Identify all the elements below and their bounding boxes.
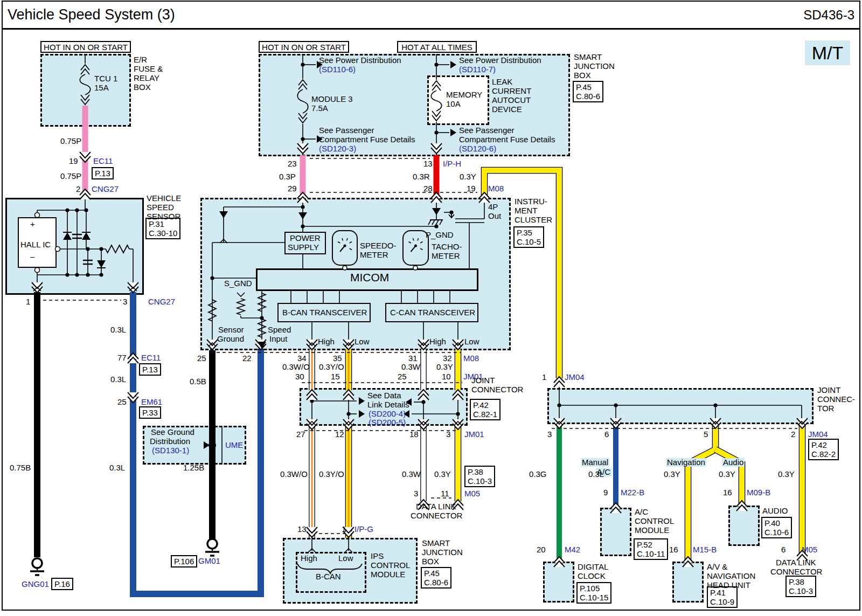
- label-ec11: EC11: [93, 157, 113, 165]
- ref-acm-line: P.52: [637, 540, 665, 549]
- junction-dot-18: [99, 273, 103, 276]
- label-15a: 15A: [94, 84, 109, 92]
- ref-dlc-mid-line: P.38: [468, 467, 492, 476]
- label-connec-: CONNEC-: [817, 395, 855, 404]
- label-module-3: MODULE 3: [311, 95, 353, 103]
- label-32: 32: [443, 354, 452, 363]
- tri-arrow-6: [359, 410, 365, 418]
- label-jm04: JM04: [565, 373, 585, 382]
- label-0-3y: 0.3Y: [434, 470, 451, 479]
- label-0-5b: 0.5B: [190, 377, 206, 386]
- label-2: 2: [791, 430, 795, 439]
- label-meter: METER: [360, 251, 388, 259]
- tri-arrow-11: [432, 208, 441, 215]
- label-see-data: See Data: [367, 391, 401, 400]
- ref-audio: P.40C.10-6: [761, 517, 792, 538]
- label-audio: AUDIO: [762, 507, 788, 515]
- label-compartment-fuse-details: Compartment Fuse Details: [459, 135, 555, 144]
- label-device: DEVICE: [492, 105, 522, 114]
- ref-sjb-top-line: C.80-6: [576, 92, 600, 101]
- label-9: 9: [603, 488, 608, 497]
- fuse-bottom-chevron-0: [81, 95, 89, 100]
- label-tor: TOR: [817, 404, 834, 413]
- tri-arrow-10: [219, 211, 228, 218]
- label-0-3l: 0.3L: [109, 463, 125, 472]
- label-77: 77: [117, 354, 127, 362]
- ref-ec11b-line: P.13: [142, 365, 158, 374]
- label-0-3r: 0.3R: [413, 172, 430, 181]
- terminal-circle-3: [343, 266, 347, 270]
- pgnd-ground-hatch: [436, 220, 439, 225]
- ref-jc1: P.42C.82-1: [470, 399, 500, 420]
- label-2: 2: [76, 185, 80, 193]
- ref-dlc-right: P.38C.10-3: [785, 576, 816, 597]
- label-10a: 10A: [446, 100, 461, 108]
- label-see-power-distribution: See Power Distribution: [319, 56, 401, 65]
- label--sd130-1-: (SD130-1): [152, 446, 189, 455]
- label-sensor: Sensor: [218, 326, 244, 334]
- label-em61: EM61: [141, 398, 162, 406]
- label-module: MODULE: [635, 526, 669, 535]
- label-speed: SPEED: [147, 203, 174, 212]
- label-cluster: CLUSTER: [515, 216, 552, 224]
- hot-header-1: HOT IN ON OR START: [259, 41, 349, 53]
- label-23: 23: [288, 160, 297, 168]
- ref-vss: P.31C.30-10: [145, 218, 180, 239]
- label-0-3w-o: 0.3W/O: [282, 363, 310, 371]
- junction-dot-26: [208, 441, 216, 449]
- label-clock: CLOCK: [578, 572, 606, 580]
- label-p-gnd: P_GND: [426, 231, 454, 239]
- label-head-unit: HEAD UNIT: [707, 581, 750, 590]
- pgnd-ground-hatch: [432, 220, 435, 225]
- label-e-r: E/R: [134, 56, 147, 64]
- label-autocut: AUTOCUT: [492, 96, 531, 105]
- label-see-ground: See Ground: [151, 428, 194, 437]
- resistor-3: [258, 293, 266, 312]
- ref-ips: P.45C.80-6: [421, 567, 451, 589]
- ref-nav: P.41C.10-9: [707, 586, 738, 608]
- label-27: 27: [296, 430, 305, 439]
- label-cng27: CNG27: [92, 185, 119, 193]
- label-0-3w: 0.3W: [401, 363, 420, 371]
- label-gng01: GNG01: [22, 580, 49, 589]
- label-link-details: Link Details: [367, 400, 409, 409]
- label-current: CURRENT: [492, 87, 531, 95]
- label--sd120-6-: (SD120-6): [459, 144, 496, 153]
- ref-acm: P.52C.10-11: [634, 538, 668, 560]
- label-tcu-1: TCU 1: [94, 74, 117, 83]
- label-22: 22: [242, 354, 252, 363]
- label-manual: Manual: [581, 458, 609, 467]
- label-b-can-transceiver: B-CAN TRANSCEIVER: [282, 308, 367, 317]
- label-sensor: SENSOR: [147, 212, 180, 221]
- junction-dot-21: [421, 400, 425, 404]
- label-see-passenger: See Passenger: [459, 126, 515, 135]
- label-m08: M08: [463, 354, 479, 363]
- label-ment: MENT: [515, 206, 538, 215]
- wiring-diagram-page: Vehicle Speed System (3) SD436-3 M/T HOT…: [0, 0, 862, 616]
- label-low: Low: [338, 554, 353, 563]
- label-box: BOX: [574, 71, 591, 80]
- junction-dot-0: [301, 63, 304, 66]
- label-jm01: JM01: [464, 430, 484, 439]
- terminal-circle-4: [413, 266, 418, 270]
- label-junction: JUNCTION: [574, 62, 615, 71]
- label-16: 16: [669, 545, 678, 554]
- ref-gng01: P.16: [51, 578, 73, 590]
- gng01-ground: [32, 558, 42, 568]
- label-0-3p: 0.3P: [279, 172, 296, 181]
- label-6: 6: [604, 430, 609, 439]
- junction-dot-6: [434, 224, 438, 228]
- mosfet-gate-arrow: [449, 212, 454, 218]
- pgnd-ground-hatch: [440, 220, 442, 225]
- ref-audio-line: C.10-6: [764, 528, 789, 537]
- hot-header-0: HOT IN ON OR START: [40, 41, 131, 53]
- label-0-3y: 0.3Y: [778, 470, 795, 479]
- label-joint: JOINT: [471, 376, 495, 385]
- label-m09-b: M09-B: [747, 488, 770, 497]
- tri-arrow-3: [450, 129, 456, 136]
- ref-audio-line: P.40: [764, 518, 789, 528]
- wire-jm04-y5a-outline: [688, 426, 715, 560]
- label-connector: CONNECTOR: [411, 511, 462, 520]
- label-0-75p: 0.75P: [60, 172, 81, 181]
- ref-cluster-line: P.35: [517, 228, 541, 237]
